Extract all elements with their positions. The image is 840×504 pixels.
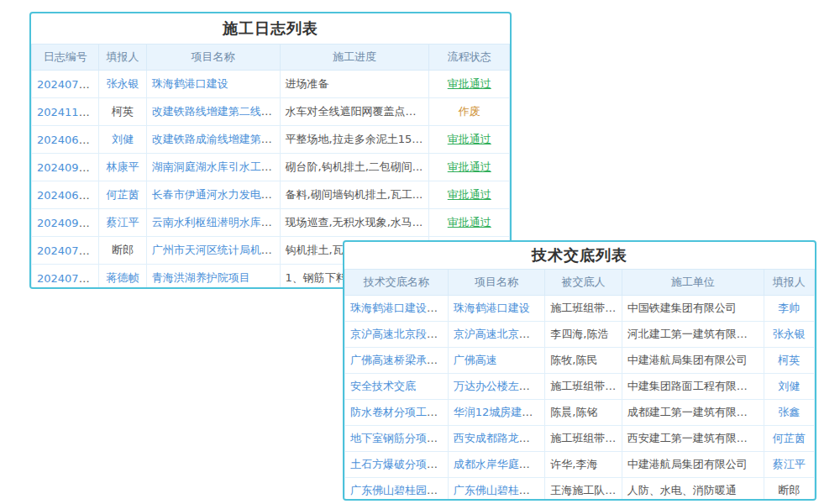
column-header-disclosure-filler: 填报人 bbox=[764, 270, 814, 296]
log-row[interactable]: 2024060005 何芷茵 长春市伊通河水力发电厂... 备料,砌间墙钩机排土… bbox=[32, 181, 510, 209]
disclosure-row[interactable]: 广佛高速桥梁承台施... 广佛高速 陈牧,陈民 中建港航局集团有限公司 柯英 bbox=[345, 348, 815, 374]
log-status-badge[interactable]: 审批通过 bbox=[448, 188, 491, 201]
briefed-person: 李四海,陈浩 bbox=[550, 328, 608, 340]
log-progress: 现场巡查,无积水现象,水马... bbox=[286, 216, 423, 228]
log-filler: 何芷茵 bbox=[107, 188, 139, 201]
log-id-link[interactable]: 2024060005 bbox=[37, 189, 99, 202]
disclosure-filler: 蔡江平 bbox=[773, 458, 806, 470]
log-project-link[interactable]: 珠海鹤港口建设 bbox=[152, 77, 228, 90]
disclosure-panel-title: 技术交底列表 bbox=[344, 242, 815, 269]
disclosure-project-link[interactable]: 广佛高速 bbox=[454, 354, 497, 366]
disclosure-filler: 张永银 bbox=[773, 328, 806, 340]
tech-disclosure-panel: 技术交底列表 技术交底名称 项目名称 被交底人 施工单位 填报人 珠海鹤港口建设… bbox=[343, 240, 816, 501]
log-progress: 水车对全线遮阳网覆盖点进行... bbox=[286, 105, 429, 118]
disclosure-name-link[interactable]: 安全技术交底 bbox=[350, 380, 416, 392]
briefed-person: 施工班组带班... bbox=[550, 380, 622, 392]
column-header-disclosure-name: 技术交底名称 bbox=[345, 270, 449, 296]
log-header-row: 日志编号 填报人 项目名称 施工进度 流程状态 bbox=[32, 45, 510, 71]
disclosure-project-link[interactable]: 珠海鹤港口建设 bbox=[454, 302, 530, 314]
log-filler: 张永银 bbox=[107, 77, 139, 90]
log-project-link[interactable]: 广州市天河区统计局机房... bbox=[152, 244, 280, 256]
briefed-person: 许华,李海 bbox=[550, 458, 597, 470]
log-row[interactable]: 2024090009 蔡江平 云南水利枢纽潜明水库一... 现场巡查,无积水现象… bbox=[32, 209, 510, 237]
log-row[interactable]: 2024060006 刘健 改建铁路成渝线增建第二... 平整场地,拉走多余泥土… bbox=[32, 126, 510, 154]
log-id-link[interactable]: 2024110002 bbox=[37, 106, 99, 118]
disclosure-filler: 李帅 bbox=[778, 302, 800, 314]
disclosure-filler: 刘健 bbox=[778, 380, 800, 392]
briefed-person: 王海施工队全队 bbox=[550, 484, 622, 496]
disclosure-name-link[interactable]: 土石方爆破分项工程... bbox=[350, 458, 448, 470]
disclosure-filler: 张鑫 bbox=[778, 406, 800, 418]
disclosure-project-link[interactable]: 京沪高速北京段维修 bbox=[454, 328, 545, 340]
log-progress: 进场准备 bbox=[286, 77, 329, 90]
log-panel-title: 施工日志列表 bbox=[31, 13, 510, 44]
column-header-log-status: 流程状态 bbox=[429, 45, 510, 71]
log-filler: 柯英 bbox=[112, 105, 134, 118]
disclosure-filler: 断郎 bbox=[778, 484, 800, 496]
disclosure-row[interactable]: 广东佛山碧桂园项目... 广东佛山碧桂园项目 王海施工队全队 人防、水电、消防暖… bbox=[345, 478, 815, 501]
disclosure-project-link[interactable]: 广东佛山碧桂园项目 bbox=[454, 484, 545, 496]
log-row[interactable]: 2024090009 林康平 湖南洞庭湖水库引水工程... 砌台阶,钩机排土,二… bbox=[32, 154, 510, 181]
disclosure-row[interactable]: 防水卷材分项工程施... 华润12城房建工... 陈晨,陈铭 成都建工第一建筑有… bbox=[345, 400, 815, 426]
disclosure-row[interactable]: 安全技术交底 万达办公楼左侧A... 施工班组带班... 中建集团路面工程有限公… bbox=[345, 374, 815, 400]
log-progress: 砌台阶,钩机排土,二包砌间... bbox=[286, 160, 423, 173]
log-status-badge[interactable]: 审批通过 bbox=[448, 160, 491, 173]
disclosure-name-link[interactable]: 防水卷材分项工程施... bbox=[350, 406, 448, 418]
disclosure-project-link[interactable]: 华润12城房建工... bbox=[454, 406, 543, 418]
construction-unit: 中建港航局集团有限公司 bbox=[627, 354, 748, 366]
log-row[interactable]: 2024110002 柯英 改建铁路线增建第二线直... 水车对全线遮阳网覆盖点… bbox=[32, 98, 510, 126]
construction-unit: 河北建工第一建筑有限责任公司 bbox=[627, 328, 764, 340]
disclosure-row[interactable]: 珠海鹤港口建设抗浮... 珠海鹤港口建设 施工班组带班... 中国铁建集团有限公… bbox=[345, 296, 815, 322]
briefed-person: 施工班组带班... bbox=[550, 432, 622, 444]
construction-unit: 成都建工第一建筑有限责任公司 bbox=[627, 406, 764, 418]
briefed-person: 施工班组带班... bbox=[550, 302, 622, 314]
log-project-link[interactable]: 云南水利枢纽潜明水库一... bbox=[152, 216, 280, 228]
column-header-log-filler: 填报人 bbox=[99, 45, 146, 71]
disclosure-name-link[interactable]: 广佛高速桥梁承台施... bbox=[350, 354, 448, 366]
log-filler: 刘健 bbox=[112, 133, 134, 145]
construction-unit: 中建集团路面工程有限公司 bbox=[627, 380, 759, 392]
column-header-log-project: 项目名称 bbox=[146, 45, 280, 71]
log-status-badge[interactable]: 审批通过 bbox=[448, 77, 491, 90]
log-progress: 备料,砌间墙钩机排土,瓦工... bbox=[286, 188, 423, 201]
log-project-link[interactable]: 青海洪湖养护院项目 bbox=[152, 271, 250, 284]
construction-unit: 中建港航局集团有限公司 bbox=[627, 458, 748, 470]
disclosure-name-link[interactable]: 京沪高速北京段维修... bbox=[350, 328, 448, 340]
disclosure-filler: 柯英 bbox=[778, 354, 800, 366]
column-header-briefed-person: 被交底人 bbox=[545, 270, 622, 296]
disclosure-row[interactable]: 地下室钢筋分项工程... 西安成都路龙湖上... 施工班组带班... 西安建工第… bbox=[345, 426, 815, 452]
log-status-badge[interactable]: 审批通过 bbox=[448, 133, 491, 145]
disclosure-table: 技术交底名称 项目名称 被交底人 施工单位 填报人 珠海鹤港口建设抗浮... 珠… bbox=[344, 269, 815, 501]
construction-unit: 中国铁建集团有限公司 bbox=[627, 302, 737, 314]
log-status-badge[interactable]: 作废 bbox=[459, 105, 480, 118]
log-project-link[interactable]: 改建铁路成渝线增建第二... bbox=[152, 133, 280, 145]
disclosure-header-row: 技术交底名称 项目名称 被交底人 施工单位 填报人 bbox=[345, 270, 815, 296]
disclosure-name-link[interactable]: 地下室钢筋分项工程... bbox=[350, 432, 448, 444]
log-id-link[interactable]: 2024090009 bbox=[37, 217, 99, 229]
log-row[interactable]: 2024070011 张永银 珠海鹤港口建设 进场准备 审批通过 bbox=[32, 71, 510, 98]
disclosure-project-link[interactable]: 万达办公楼左侧A... bbox=[454, 380, 545, 392]
log-filler: 林康平 bbox=[107, 160, 139, 173]
disclosure-filler: 何芷茵 bbox=[773, 432, 806, 444]
column-header-log-id: 日志编号 bbox=[32, 45, 99, 71]
log-id-link[interactable]: 2024070011 bbox=[37, 244, 99, 257]
log-status-badge[interactable]: 审批通过 bbox=[448, 216, 491, 228]
log-id-link[interactable]: 2024060006 bbox=[37, 134, 99, 146]
disclosure-name-link[interactable]: 珠海鹤港口建设抗浮... bbox=[350, 302, 448, 314]
briefed-person: 陈晨,陈铭 bbox=[550, 406, 597, 418]
column-header-disclosure-project: 项目名称 bbox=[448, 270, 545, 296]
disclosure-name-link[interactable]: 广东佛山碧桂园项目... bbox=[350, 484, 448, 496]
disclosure-project-link[interactable]: 西安成都路龙湖上... bbox=[454, 432, 545, 444]
log-project-link[interactable]: 改建铁路线增建第二线直... bbox=[152, 105, 280, 118]
log-id-link[interactable]: 2024070011 bbox=[37, 78, 99, 91]
log-project-link[interactable]: 长春市伊通河水力发电厂... bbox=[152, 188, 280, 201]
column-header-log-progress: 施工进度 bbox=[280, 45, 429, 71]
briefed-person: 陈牧,陈民 bbox=[550, 354, 597, 366]
disclosure-project-link[interactable]: 成都水岸华庭名苑... bbox=[454, 458, 545, 470]
log-id-link[interactable]: 2024090009 bbox=[37, 161, 99, 174]
construction-unit: 西安建工第一建筑有限责任公司 bbox=[627, 432, 764, 444]
log-id-link[interactable]: 2024070009 bbox=[37, 272, 99, 285]
disclosure-row[interactable]: 土石方爆破分项工程... 成都水岸华庭名苑... 许华,李海 中建港航局集团有限… bbox=[345, 452, 815, 478]
disclosure-row[interactable]: 京沪高速北京段维修... 京沪高速北京段维修 李四海,陈浩 河北建工第一建筑有限… bbox=[345, 322, 815, 348]
log-project-link[interactable]: 湖南洞庭湖水库引水工程... bbox=[152, 160, 280, 173]
